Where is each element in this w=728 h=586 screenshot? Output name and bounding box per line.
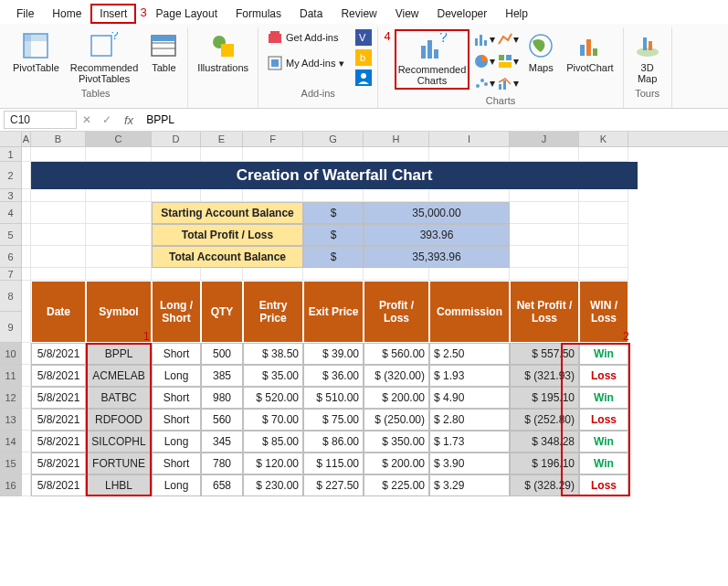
cell-wl[interactable]: Loss — [579, 474, 628, 496]
cell-wl[interactable]: Win — [579, 453, 628, 474]
cell-comm[interactable]: $ 2.50 — [429, 343, 510, 365]
cell-pl[interactable]: $ 225.00 — [364, 474, 429, 496]
cell-qty[interactable]: 345 — [201, 431, 243, 453]
illustrations-button[interactable]: Illustrations — [194, 29, 252, 75]
menu-developer[interactable]: Developer — [428, 4, 497, 24]
cell-comm[interactable]: $ 1.73 — [429, 431, 510, 453]
col-header-j[interactable]: J — [510, 132, 579, 146]
cell-exit[interactable]: $ 86.00 — [303, 431, 364, 453]
table-button[interactable]: Table — [145, 29, 182, 75]
cell-wl[interactable]: Win — [579, 387, 628, 409]
col-header-c[interactable]: C — [86, 132, 152, 146]
cell-date[interactable]: 5/8/2021 — [31, 474, 86, 496]
get-addins-button[interactable]: Get Add-ins — [264, 29, 348, 46]
cell-entry[interactable]: $ 520.00 — [243, 387, 303, 409]
row-header-11[interactable]: 11 — [0, 365, 22, 387]
people-icon[interactable] — [355, 69, 372, 86]
cell-date[interactable]: 5/8/2021 — [31, 431, 86, 453]
cell-entry[interactable]: $ 120.00 — [243, 453, 303, 474]
cell-ls[interactable]: Short — [152, 409, 201, 431]
cell-date[interactable]: 5/8/2021 — [31, 453, 86, 474]
cell-qty[interactable]: 560 — [201, 409, 243, 431]
cell-comm[interactable]: $ 1.93 — [429, 365, 510, 387]
cell-entry[interactable]: $ 35.00 — [243, 365, 303, 387]
menu-formulas[interactable]: Formulas — [227, 4, 290, 24]
cell-symbol[interactable]: LHBL — [86, 474, 152, 496]
col-header-a[interactable]: A — [22, 132, 31, 146]
cell-comm[interactable]: $ 3.29 — [429, 474, 510, 496]
cell-net[interactable]: $ (328.29) — [510, 474, 579, 496]
line-chart-icon[interactable]: ▾ — [497, 29, 519, 49]
cancel-icon[interactable]: ✕ — [77, 113, 97, 126]
row-header-1[interactable]: 1 — [0, 147, 22, 162]
menu-help[interactable]: Help — [496, 4, 537, 24]
pie-chart-icon[interactable]: ▾ — [473, 51, 495, 71]
select-all-corner[interactable] — [0, 132, 22, 146]
cell-symbol[interactable]: BATBC — [86, 387, 152, 409]
col-header-f[interactable]: F — [243, 132, 303, 146]
visio-icon[interactable]: V — [355, 29, 372, 46]
menu-home[interactable]: Home — [43, 4, 90, 24]
cell-exit[interactable]: $ 39.00 — [303, 343, 364, 365]
cell-exit[interactable]: $ 510.00 — [303, 387, 364, 409]
cell-date[interactable]: 5/8/2021 — [31, 409, 86, 431]
hierarchy-chart-icon[interactable]: ▾ — [497, 51, 519, 71]
menu-page-layout[interactable]: Page Layout — [147, 4, 227, 24]
cell-entry[interactable]: $ 85.00 — [243, 431, 303, 453]
enter-icon[interactable]: ✓ — [97, 113, 117, 126]
cell-pl[interactable]: $ 200.00 — [364, 387, 429, 409]
cell-pl[interactable]: $ 560.00 — [364, 343, 429, 365]
row-header-8[interactable]: 8 — [0, 281, 22, 312]
menu-insert[interactable]: Insert — [90, 4, 136, 24]
cell-entry[interactable]: $ 70.00 — [243, 409, 303, 431]
cell-exit[interactable]: $ 227.50 — [303, 474, 364, 496]
menu-data[interactable]: Data — [290, 4, 332, 24]
row-header-13[interactable]: 13 — [0, 409, 22, 431]
cell-net[interactable]: $ 195.10 — [510, 387, 579, 409]
cell-pl[interactable]: $ 200.00 — [364, 453, 429, 474]
column-chart-icon[interactable]: ▾ — [473, 29, 495, 49]
cell-ls[interactable]: Short — [152, 453, 201, 474]
recommended-charts-button[interactable]: ? Recommended Charts — [395, 29, 470, 90]
cell-qty[interactable]: 500 — [201, 343, 243, 365]
col-header-g[interactable]: G — [303, 132, 364, 146]
pivot-table-button[interactable]: PivotTable — [9, 29, 63, 75]
col-header-b[interactable]: B — [31, 132, 86, 146]
cell-net[interactable]: $ (252.80) — [510, 409, 579, 431]
cell-exit[interactable]: $ 75.00 — [303, 409, 364, 431]
cell-ls[interactable]: Long — [152, 474, 201, 496]
cell-ls[interactable]: Long — [152, 431, 201, 453]
cell-symbol[interactable]: FORTUNE — [86, 453, 152, 474]
cell-exit[interactable]: $ 36.00 — [303, 365, 364, 387]
row-header-14[interactable]: 14 — [0, 431, 22, 453]
menu-file[interactable]: File — [7, 4, 43, 24]
cell-net[interactable]: $ 196.10 — [510, 453, 579, 474]
row-header-5[interactable]: 5 — [0, 224, 22, 246]
row-header-12[interactable]: 12 — [0, 387, 22, 409]
row-header-7[interactable]: 7 — [0, 268, 22, 281]
row-header-6[interactable]: 6 — [0, 246, 22, 268]
cell-entry[interactable]: $ 230.00 — [243, 474, 303, 496]
cell-wl[interactable]: Win — [579, 431, 628, 453]
cell-symbol[interactable]: BPPL — [86, 343, 152, 365]
menu-view[interactable]: View — [386, 4, 428, 24]
cell-qty[interactable]: 780 — [201, 453, 243, 474]
row-header-9[interactable]: 9 — [0, 312, 22, 343]
cell-pl[interactable]: $ (250.00) — [364, 409, 429, 431]
cell-comm[interactable]: $ 3.90 — [429, 453, 510, 474]
menu-review[interactable]: Review — [332, 4, 385, 24]
col-header-h[interactable]: H — [364, 132, 429, 146]
cell-date[interactable]: 5/8/2021 — [31, 365, 86, 387]
cell-wl[interactable]: Loss — [579, 409, 628, 431]
combo-chart-icon[interactable]: ▾ — [497, 73, 519, 93]
map3d-button[interactable]: 3D Map — [629, 29, 666, 86]
my-addins-button[interactable]: My Add-ins ▾ — [264, 55, 348, 71]
scatter-chart-icon[interactable]: ▾ — [473, 73, 495, 93]
cell-symbol[interactable]: ACMELAB — [86, 365, 152, 387]
row-header-4[interactable]: 4 — [0, 202, 22, 224]
cell-date[interactable]: 5/8/2021 — [31, 343, 86, 365]
col-header-k[interactable]: K — [579, 132, 628, 146]
row-header-16[interactable]: 16 — [0, 474, 22, 496]
cell-wl[interactable]: Loss — [579, 365, 628, 387]
cell-entry[interactable]: $ 38.50 — [243, 343, 303, 365]
